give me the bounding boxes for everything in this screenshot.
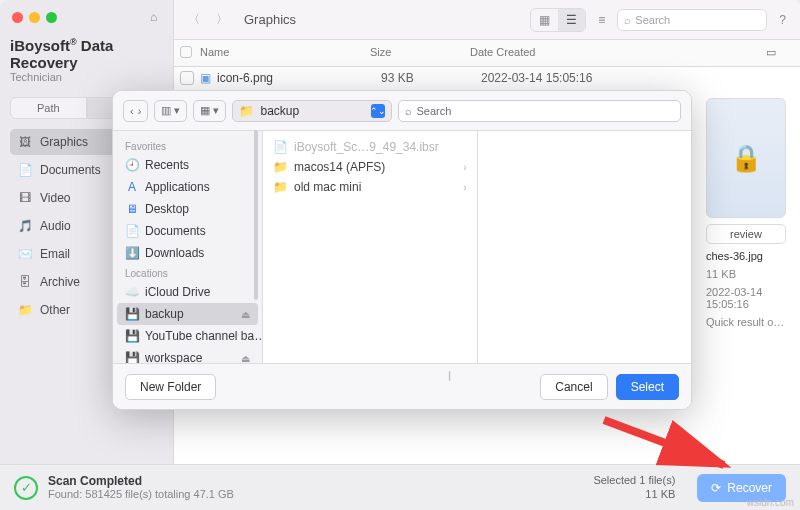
- picker-item-label: old mac mini: [294, 180, 361, 194]
- picker-search[interactable]: ⌕ Search: [398, 100, 681, 122]
- status-title: Scan Completed: [48, 474, 234, 488]
- select-all-checkbox[interactable]: [180, 46, 192, 58]
- row-checkbox[interactable]: [180, 71, 194, 85]
- sidebar-item-label: Archive: [40, 275, 80, 289]
- toolbar: 〈 〉 Graphics ▦ ☰ ≡ ⌕ Search ?: [174, 0, 800, 40]
- location-icon: ☁️: [125, 285, 139, 299]
- chevron-right-icon: ›: [463, 162, 466, 173]
- col-size[interactable]: Size: [370, 46, 470, 60]
- picker-sidebar-item[interactable]: 💾backup⏏: [117, 303, 258, 325]
- preview-thumbnail: 🔒: [706, 98, 786, 218]
- preview-panel: 🔒 review ches-36.jpg 11 KB 2022-03-14 15…: [706, 98, 786, 328]
- category-icon: 🗄: [18, 275, 32, 289]
- select-button[interactable]: Select: [616, 374, 679, 400]
- picker-nav[interactable]: ‹›: [123, 100, 148, 122]
- sidebar-item-label: Other: [40, 303, 70, 317]
- nav-back-icon[interactable]: 〈: [184, 11, 204, 28]
- grid-view-icon[interactable]: ▦: [531, 9, 558, 31]
- breadcrumb: Graphics: [244, 12, 296, 27]
- location-label: backup: [145, 307, 184, 321]
- location-icon: 💾: [125, 351, 139, 363]
- scan-complete-icon: ✓: [14, 476, 38, 500]
- picker-item[interactable]: 📁macos14 (APFS)›: [263, 157, 477, 177]
- picker-sidebar-item[interactable]: 💾YouTube channel ba…⏏: [113, 325, 262, 347]
- column-resize-handle[interactable]: ||: [448, 370, 449, 381]
- picker-location-label: backup: [260, 104, 299, 118]
- picker-item: 📄iBoysoft_Sc…9_49_34.ibsr: [263, 137, 477, 157]
- eject-icon[interactable]: ⏏: [241, 309, 250, 320]
- picker-search-placeholder: Search: [416, 105, 451, 117]
- col-preview-toggle[interactable]: ▭: [766, 46, 790, 60]
- location-label: Desktop: [145, 202, 189, 216]
- location-icon: 🖥: [125, 202, 139, 216]
- file-icon: 📄: [273, 140, 288, 154]
- tab-path[interactable]: Path: [10, 97, 87, 119]
- help-icon[interactable]: ?: [775, 9, 790, 31]
- picker-sidebar-item[interactable]: 💾workspace⏏: [113, 347, 262, 363]
- picker-view-columns[interactable]: ▥ ▾: [154, 100, 187, 122]
- location-icon: 🕘: [125, 158, 139, 172]
- recover-label: Recover: [727, 481, 772, 495]
- category-icon: 📁: [18, 303, 32, 317]
- location-label: Downloads: [145, 246, 204, 260]
- close-window[interactable]: [12, 12, 23, 23]
- list-view-icon[interactable]: ☰: [558, 9, 585, 31]
- category-icon: ✉️: [18, 247, 32, 261]
- picker-location[interactable]: 📁 backup ⌃⌄: [232, 100, 392, 122]
- picker-item-label: macos14 (APFS): [294, 160, 385, 174]
- location-icon: A: [125, 180, 139, 194]
- recover-icon: ⟳: [711, 481, 721, 495]
- sidebar-item-label: Audio: [40, 219, 71, 233]
- file-row[interactable]: ▣icon-6.png93 KB2022-03-14 15:05:16: [174, 67, 800, 89]
- col-name[interactable]: Name: [200, 46, 370, 60]
- location-icon: 💾: [125, 307, 139, 321]
- app-title: iBoysoft® Data Recovery: [10, 37, 163, 71]
- status-selected-size: 11 KB: [593, 488, 675, 501]
- sidebar-item-label: Graphics: [40, 135, 88, 149]
- col-date[interactable]: Date Created: [470, 46, 766, 60]
- location-label: Recents: [145, 158, 189, 172]
- picker-sidebar-item[interactable]: 📄Documents: [113, 220, 262, 242]
- filter-icon[interactable]: ≡: [594, 9, 609, 31]
- location-icon: 📄: [125, 224, 139, 238]
- status-selected: Selected 1 file(s): [593, 474, 675, 487]
- category-icon: 🎞: [18, 191, 32, 205]
- picker-item[interactable]: 📁old mac mini›: [263, 177, 477, 197]
- location-label: Documents: [145, 224, 206, 238]
- home-icon[interactable]: ⌂: [150, 10, 157, 24]
- picker-sidebar-item[interactable]: ⬇️Downloads: [113, 242, 262, 264]
- location-label: iCloud Drive: [145, 285, 210, 299]
- picker-group[interactable]: ▦ ▾: [193, 100, 226, 122]
- nav-forward-icon[interactable]: 〉: [212, 11, 232, 28]
- location-icon: 💾: [125, 329, 139, 343]
- view-switch: ▦ ☰: [530, 8, 586, 32]
- file-date: 2022-03-14 15:05:16: [481, 71, 790, 85]
- search-placeholder: Search: [635, 14, 670, 26]
- picker-sidebar-item[interactable]: ☁️iCloud Drive: [113, 281, 262, 303]
- chevron-left-icon: ‹: [130, 105, 134, 117]
- picker-columns: 📄iBoysoft_Sc…9_49_34.ibsr📁macos14 (APFS)…: [263, 131, 691, 363]
- sidebar-item-label: Email: [40, 247, 70, 261]
- zoom-window[interactable]: [46, 12, 57, 23]
- picker-sidebar-item[interactable]: 🖥Desktop: [113, 198, 262, 220]
- new-folder-button[interactable]: New Folder: [125, 374, 216, 400]
- chevron-updown-icon: ⌃⌄: [371, 104, 385, 118]
- sidebar-item-label: Documents: [40, 163, 101, 177]
- window-controls: [10, 8, 163, 33]
- sidebar-section-header: Favorites: [113, 137, 262, 154]
- folder-icon: 📁: [273, 160, 288, 174]
- cancel-button[interactable]: Cancel: [540, 374, 607, 400]
- eject-icon[interactable]: ⏏: [241, 353, 250, 364]
- sidebar-item-label: Video: [40, 191, 70, 205]
- search-icon: ⌕: [405, 105, 412, 117]
- status-bar: ✓ Scan Completed Found: 581425 file(s) t…: [0, 464, 800, 510]
- scrollbar[interactable]: [254, 130, 258, 300]
- location-label: Applications: [145, 180, 210, 194]
- search-field[interactable]: ⌕ Search: [617, 9, 767, 31]
- picker-sidebar-item[interactable]: 🕘Recents: [113, 154, 262, 176]
- picker-sidebar-item[interactable]: AApplications: [113, 176, 262, 198]
- watermark: wsidn.com: [747, 497, 794, 508]
- minimize-window[interactable]: [29, 12, 40, 23]
- preview-date: 2022-03-14 15:05:16: [706, 286, 786, 310]
- preview-button[interactable]: review: [706, 224, 786, 244]
